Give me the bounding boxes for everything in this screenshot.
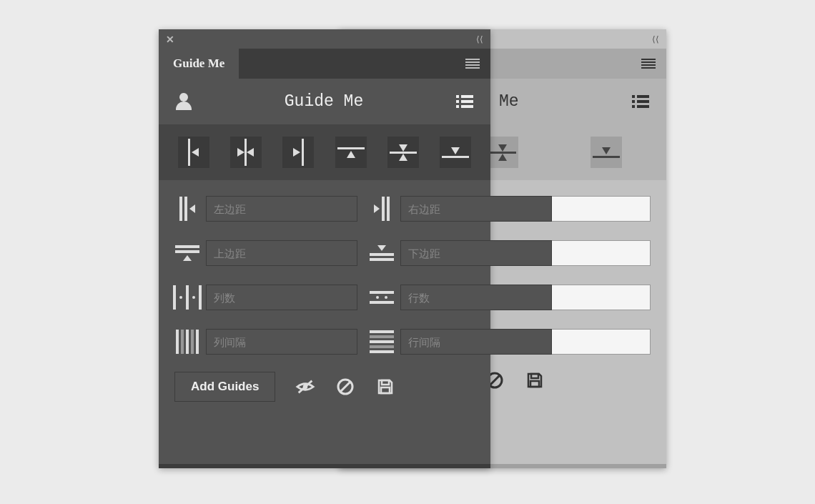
header-row: Guide Me xyxy=(159,79,490,124)
svg-rect-5 xyxy=(530,381,539,387)
columns-icon xyxy=(174,285,200,310)
tab-guide-me[interactable]: Guide Me xyxy=(159,49,239,79)
top-margin-field xyxy=(174,240,357,266)
svg-rect-4 xyxy=(531,374,538,378)
svg-line-9 xyxy=(340,382,350,392)
align-top-button[interactable] xyxy=(335,137,367,168)
column-gap-field xyxy=(174,329,357,355)
collapse-icon[interactable]: ⟨⟨ xyxy=(476,34,483,44)
align-right-button[interactable] xyxy=(282,137,314,168)
bottom-margin-icon xyxy=(369,240,395,266)
list-icon[interactable] xyxy=(632,95,649,108)
rows-input[interactable] xyxy=(400,285,552,310)
align-bottom-button[interactable] xyxy=(440,137,471,168)
right-margin-input[interactable] xyxy=(400,196,552,222)
save-icon[interactable] xyxy=(525,372,545,389)
bottom-margin-field xyxy=(369,240,552,266)
action-row: Add Guides xyxy=(159,355,490,419)
fields-grid xyxy=(159,180,490,355)
align-bottom-button[interactable] xyxy=(591,137,622,168)
list-icon[interactable] xyxy=(456,95,473,108)
align-toolbar xyxy=(159,124,490,180)
menu-icon[interactable] xyxy=(641,59,656,69)
svg-rect-10 xyxy=(382,380,389,385)
columns-input[interactable] xyxy=(206,285,357,310)
panel-footer xyxy=(159,464,490,468)
add-guides-button[interactable]: Add Guides xyxy=(174,372,275,402)
rows-icon xyxy=(369,285,395,310)
collapse-icon[interactable]: ⟨⟨ xyxy=(652,34,659,44)
hide-icon[interactable] xyxy=(295,378,315,395)
column-gap-icon xyxy=(174,329,200,355)
align-vcenter-button[interactable] xyxy=(387,137,419,168)
columns-field xyxy=(174,285,357,310)
right-margin-field xyxy=(369,196,552,222)
user-icon[interactable] xyxy=(176,93,192,110)
column-gap-input[interactable] xyxy=(206,329,357,355)
titlebar: ✕ ⟨⟨ xyxy=(159,29,490,49)
align-hcenter-button[interactable] xyxy=(230,137,262,168)
menu-icon[interactable] xyxy=(465,59,480,69)
left-margin-icon xyxy=(174,196,200,222)
align-left-button[interactable] xyxy=(178,137,209,168)
left-margin-field xyxy=(174,196,357,222)
left-margin-input[interactable] xyxy=(206,196,357,222)
panel-title: Guide Me xyxy=(192,92,456,111)
row-gap-field xyxy=(369,329,552,355)
svg-line-7 xyxy=(299,381,312,393)
tab-bar: Guide Me xyxy=(159,49,490,79)
right-margin-icon xyxy=(369,196,395,222)
rows-field xyxy=(369,285,552,310)
clear-icon[interactable] xyxy=(335,378,355,395)
svg-rect-11 xyxy=(381,387,390,393)
save-icon[interactable] xyxy=(375,378,395,395)
bottom-margin-input[interactable] xyxy=(400,240,552,266)
row-gap-input[interactable] xyxy=(400,329,552,355)
row-gap-icon xyxy=(369,329,395,355)
svg-line-3 xyxy=(490,375,500,385)
align-vcenter-button[interactable] xyxy=(487,137,518,168)
close-icon[interactable]: ✕ xyxy=(166,34,174,45)
top-margin-input[interactable] xyxy=(206,240,357,266)
panel-dark: ✕ ⟨⟨ Guide Me Guide Me xyxy=(159,29,490,468)
top-margin-icon xyxy=(174,240,200,266)
